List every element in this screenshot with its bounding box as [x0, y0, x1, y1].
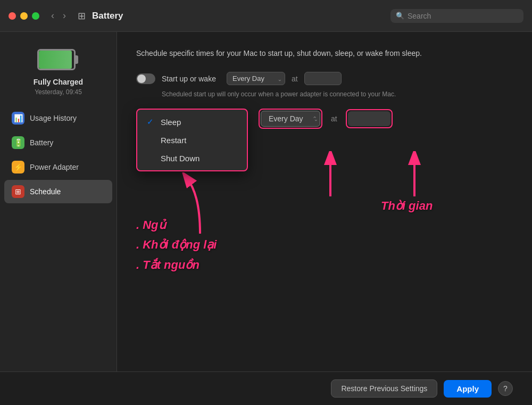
- tat-nguon-text: . Tắt nguồn: [136, 255, 217, 275]
- apply-button[interactable]: Apply: [444, 380, 492, 398]
- battery-icon-container: [37, 48, 80, 71]
- sidebar-items: 📊 Usage History 🔋 Battery ⚡ Power Adapte…: [0, 106, 117, 204]
- second-day-select[interactable]: Every Day Weekdays Weekends: [261, 111, 320, 127]
- sidebar-label-usage-history: Usage History: [30, 114, 77, 122]
- dropdown-item-sleep[interactable]: ✓ Sleep: [137, 113, 247, 131]
- search-input[interactable]: [408, 12, 518, 20]
- arrow-center: [317, 151, 344, 201]
- dropdown-item-restart[interactable]: ✓ Restart: [137, 131, 247, 149]
- second-time-input[interactable]: 00:00: [348, 111, 390, 126]
- sleep-dropdown-popup: ✓ Sleep ✓ Restart ✓ Shut Down: [136, 109, 248, 171]
- sidebar-item-battery[interactable]: 🔋 Battery: [4, 131, 112, 154]
- main-layout: Fully Charged Yesterday, 09:45 📊 Usage H…: [0, 32, 532, 371]
- sidebar-label-power-adapter: Power Adapter: [30, 163, 79, 171]
- dropdown-item-shutdown[interactable]: ✓ Shut Down: [137, 149, 247, 167]
- titlebar: ‹ › ⊞ Battery 🔍: [0, 0, 532, 32]
- restart-label: Restart: [161, 136, 186, 145]
- battery-sidebar-icon: 🔋: [12, 136, 24, 149]
- sleep-checkmark: ✓: [147, 117, 156, 127]
- battery-fill: [39, 51, 72, 69]
- schedule-icon: ⊞: [12, 185, 24, 198]
- sleep-label: Sleep: [161, 118, 181, 127]
- startup-time-input[interactable]: 00:00: [304, 72, 342, 85]
- startup-label: Start up or wake: [162, 75, 220, 83]
- bullet-2: .: [136, 238, 143, 251]
- close-button[interactable]: [9, 12, 16, 20]
- sidebar-label-battery: Battery: [30, 138, 53, 147]
- bottom-bar: Restore Previous Settings Apply ?: [0, 371, 532, 405]
- bullet-3: .: [136, 258, 143, 271]
- help-button[interactable]: ?: [498, 381, 513, 396]
- toggle-knob: [137, 75, 146, 83]
- forward-button[interactable]: ›: [60, 8, 69, 23]
- device-time: Yesterday, 09:45: [35, 88, 82, 96]
- restore-button[interactable]: Restore Previous Settings: [331, 379, 437, 398]
- second-at-label: at: [331, 114, 337, 123]
- content-area: Schedule specific times for your Mac to …: [117, 32, 532, 371]
- traffic-lights: [9, 12, 39, 20]
- usage-history-icon: 📊: [12, 112, 24, 125]
- power-adapter-icon: ⚡: [12, 161, 24, 173]
- ngu-annotations: . Ngủ . Khởi động lại . Tắt nguồn: [136, 215, 217, 275]
- startup-day-select[interactable]: Every Day Weekdays Weekends: [227, 72, 285, 85]
- khoi-dong-lai-text: . Khởi động lại: [136, 235, 217, 254]
- startup-day-wrapper: Every Day Weekdays Weekends: [227, 72, 285, 85]
- sidebar-item-power-adapter[interactable]: ⚡ Power Adapter: [4, 155, 112, 179]
- page-title: Battery: [92, 11, 390, 21]
- back-button[interactable]: ‹: [48, 8, 57, 23]
- thoigian-annotation: Thời gian: [381, 199, 433, 213]
- search-icon: 🔍: [396, 12, 404, 20]
- bullet-1: .: [136, 218, 143, 232]
- maximize-button[interactable]: [32, 12, 39, 20]
- second-schedule-row: Every Day Weekdays Weekends ⌃ at 00:00: [259, 109, 393, 129]
- battery-body: [37, 49, 76, 70]
- battery-icon: [37, 48, 80, 71]
- sidebar-label-schedule: Schedule: [30, 187, 61, 196]
- thoigian-text: Thời gian: [381, 199, 433, 212]
- second-day-outline: Every Day Weekdays Weekends ⌃: [259, 109, 322, 129]
- sidebar: Fully Charged Yesterday, 09:45 📊 Usage H…: [0, 32, 117, 371]
- shutdown-label: Shut Down: [161, 154, 200, 163]
- battery-tip: [76, 55, 78, 64]
- nav-buttons: ‹ ›: [48, 8, 69, 23]
- search-bar: 🔍: [390, 9, 523, 23]
- startup-row: Start up or wake Every Day Weekdays Week…: [136, 72, 513, 85]
- sidebar-item-schedule[interactable]: ⊞ Schedule: [4, 180, 112, 203]
- sidebar-item-usage-history[interactable]: 📊 Usage History: [4, 106, 112, 130]
- second-time-outline: 00:00: [346, 109, 393, 128]
- device-status: Fully Charged: [34, 78, 83, 86]
- power-note: Scheduled start up will only occur when …: [162, 90, 492, 98]
- minimize-button[interactable]: [20, 12, 28, 20]
- grid-icon: ⊞: [78, 10, 86, 22]
- arrow-right-svg: [401, 151, 428, 199]
- ngu-text: . Ngủ: [136, 215, 217, 235]
- startup-at-label: at: [292, 75, 298, 83]
- arrow-center-svg: [317, 151, 344, 199]
- description-text: Schedule specific times for your Mac to …: [136, 48, 498, 59]
- startup-toggle[interactable]: [136, 73, 155, 84]
- arrow-right: [401, 151, 428, 201]
